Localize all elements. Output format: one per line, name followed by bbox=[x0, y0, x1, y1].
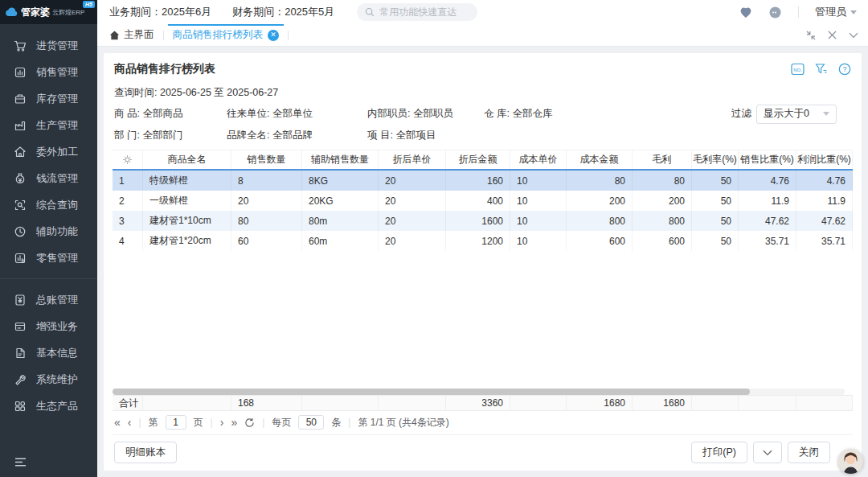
column-header[interactable]: 利润比重(%) bbox=[796, 150, 853, 169]
next-page-button[interactable]: › bbox=[220, 417, 224, 428]
table-cell: 50 bbox=[692, 211, 739, 231]
favorite-heart-icon[interactable] bbox=[739, 6, 752, 19]
table-cell: 60 bbox=[231, 231, 302, 251]
tab-product-sales-ranking[interactable]: 商品销售排行榜列表 ✕ bbox=[173, 24, 280, 46]
table-cell: 10 bbox=[510, 171, 567, 191]
table-cell: 8 bbox=[231, 171, 302, 191]
column-header[interactable]: 商品全名 bbox=[143, 150, 231, 169]
business-period[interactable]: 业务期间：2025年6月 bbox=[109, 5, 211, 19]
print-button[interactable]: 打印(P) bbox=[691, 442, 747, 463]
column-header[interactable]: 销售比重(%) bbox=[739, 150, 796, 169]
sidebar-item-label: 生产管理 bbox=[36, 118, 78, 133]
sidebar-item-purchase[interactable]: 进货管理 bbox=[0, 32, 97, 59]
table-cell: 11.9 bbox=[739, 191, 796, 211]
sidebar-item-label: 销售管理 bbox=[36, 65, 78, 80]
column-header[interactable]: 销售数量 bbox=[231, 150, 302, 169]
table-cell: 600 bbox=[633, 231, 692, 251]
sidebar-group-system: 总账管理增强业务基本信息系统维护生态产品 bbox=[0, 286, 97, 419]
prev-page-button[interactable]: ‹ bbox=[128, 417, 132, 428]
print-dropdown-button[interactable] bbox=[753, 442, 782, 463]
column-header[interactable]: 折后单价 bbox=[379, 150, 446, 169]
sidebar-item-maintenance[interactable]: 系统维护 bbox=[0, 366, 97, 393]
customer-service-avatar[interactable] bbox=[838, 449, 863, 474]
sidebar-item-label: 生态产品 bbox=[36, 399, 78, 413]
filter-dropdown[interactable]: 显示大于0 bbox=[756, 105, 837, 124]
scrollbar-thumb[interactable] bbox=[113, 389, 750, 395]
fiscal-period[interactable]: 财务期间：2025年5月 bbox=[232, 5, 334, 19]
total-cell bbox=[796, 396, 853, 410]
pagination-separator: | bbox=[211, 417, 213, 428]
pagination-separator: | bbox=[348, 417, 350, 428]
sidebar-item-basic-info[interactable]: 基本信息 bbox=[0, 339, 97, 366]
tab-home[interactable]: 主界面 bbox=[109, 24, 154, 46]
table-row[interactable]: 3建材管1*10cm8080m201600108008005047.6247.6… bbox=[113, 211, 853, 231]
column-settings-gear-icon[interactable] bbox=[113, 150, 143, 169]
page-label-post: 页 bbox=[194, 416, 203, 430]
message-icon[interactable] bbox=[768, 6, 782, 19]
sidebar-item-production[interactable]: 生产管理 bbox=[0, 112, 97, 138]
sidebar-item-label: 库存管理 bbox=[36, 92, 78, 106]
filter-warehouse: 仓 库: 全部仓库 bbox=[484, 107, 552, 121]
sidebar-item-outsource[interactable]: 委外加工 bbox=[0, 138, 97, 165]
money-bag-icon bbox=[14, 172, 27, 185]
panel-footer: 明细账本 打印(P) 关闭 bbox=[113, 434, 853, 471]
page-number-input[interactable] bbox=[166, 415, 186, 430]
row-number: 3 bbox=[113, 211, 143, 231]
column-header[interactable]: 折后金额 bbox=[446, 150, 510, 169]
sidebar-item-retail[interactable]: 零售管理 bbox=[0, 245, 97, 271]
table-cell: 60m bbox=[302, 231, 379, 251]
sidebar-item-sales[interactable]: 销售管理 bbox=[0, 59, 97, 85]
sidebar-item-ledger[interactable]: 总账管理 bbox=[0, 286, 97, 313]
filter-funnel-icon[interactable] bbox=[815, 63, 828, 76]
user-menu[interactable]: 管理员 bbox=[815, 5, 857, 19]
table-cell: 20 bbox=[379, 171, 446, 191]
help-icon[interactable]: ? bbox=[838, 63, 851, 76]
sequence-number-icon[interactable]: NO. bbox=[791, 63, 805, 76]
outsource-home-icon bbox=[14, 146, 27, 158]
per-page-input[interactable] bbox=[298, 415, 324, 430]
detail-ledger-button[interactable]: 明细账本 bbox=[114, 442, 177, 463]
search-input[interactable] bbox=[379, 6, 468, 18]
search-icon bbox=[365, 7, 375, 17]
fullscreen-toggle-icon[interactable] bbox=[806, 31, 816, 40]
table-row[interactable]: 1特级鲜橙88KG20160108080504.764.76 bbox=[113, 171, 853, 191]
table-row[interactable]: 4建材管1*20cm6060m201200106006005035.7135.7… bbox=[113, 231, 853, 251]
pagination-separator: | bbox=[138, 417, 141, 428]
sidebar-group-business: 进货管理销售管理库存管理生产管理委外加工钱流管理综合查询辅助功能零售管理 bbox=[0, 32, 97, 271]
panel-tools: NO. ? bbox=[791, 63, 851, 76]
aux-clock-icon bbox=[14, 225, 27, 238]
quick-search[interactable] bbox=[357, 3, 477, 21]
table-cell: 800 bbox=[567, 211, 633, 231]
sidebar-item-auxiliary[interactable]: 辅助功能 bbox=[0, 218, 97, 245]
sidebar-item-cashflow[interactable]: 钱流管理 bbox=[0, 165, 97, 191]
tab-bar: 主界面 商品销售排行榜列表 ✕ bbox=[97, 24, 868, 47]
close-button[interactable]: 关闭 bbox=[788, 442, 830, 463]
column-header[interactable]: 辅助销售数量 bbox=[302, 150, 379, 169]
sidebar-item-inventory[interactable]: 库存管理 bbox=[0, 85, 97, 112]
sidebar-item-query[interactable]: 综合查询 bbox=[0, 191, 97, 218]
tab-close-icon[interactable]: ✕ bbox=[268, 30, 279, 41]
sidebar-item-enhanced[interactable]: 增强业务 bbox=[0, 313, 97, 339]
horizontal-scrollbar[interactable] bbox=[113, 389, 845, 395]
column-header[interactable]: 成本单价 bbox=[510, 150, 567, 169]
enhanced-icon bbox=[14, 320, 27, 333]
column-header[interactable]: 成本金额 bbox=[567, 150, 633, 169]
data-table: 商品全名销售数量辅助销售数量折后单价折后金额成本单价成本金额毛利毛利率(%)销售… bbox=[113, 150, 853, 411]
user-name: 管理员 bbox=[815, 5, 846, 19]
sidebar-item-eco-product[interactable]: 生态产品 bbox=[0, 393, 97, 419]
refresh-icon[interactable] bbox=[244, 417, 255, 428]
table-row[interactable]: 2一级鲜橙2020KG20400102002005011.911.9 bbox=[113, 191, 853, 211]
close-window-icon[interactable] bbox=[828, 31, 837, 39]
column-header[interactable]: 毛利 bbox=[633, 150, 692, 169]
collapse-panel-icon[interactable] bbox=[849, 32, 858, 39]
table-cell: 160 bbox=[446, 171, 510, 191]
total-cell: 168 bbox=[231, 396, 302, 410]
table-cell: 50 bbox=[692, 171, 739, 191]
table-cell: 35.71 bbox=[796, 231, 853, 251]
last-page-button[interactable]: » bbox=[231, 417, 237, 428]
filter-dropdown-value: 显示大于0 bbox=[764, 107, 809, 121]
query-time: 查询时间: 2025-06-25 至 2025-06-27 bbox=[113, 80, 853, 103]
sidebar-collapse-button[interactable] bbox=[0, 447, 97, 477]
column-header[interactable]: 毛利率(%) bbox=[692, 150, 739, 169]
first-page-button[interactable]: « bbox=[114, 417, 121, 428]
